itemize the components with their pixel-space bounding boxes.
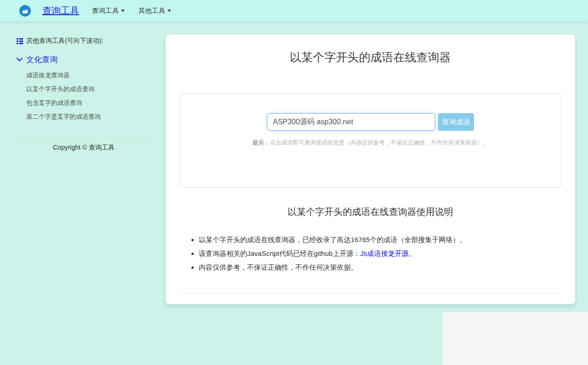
nav-dropdown-query-tools[interactable]: 查询工具 bbox=[92, 6, 125, 15]
idiom-search-input[interactable] bbox=[267, 113, 435, 131]
navbar: 查询工具 查询工具 其他工具 bbox=[0, 0, 588, 22]
sidebar-header: 其他查询工具(可向下滚动): bbox=[17, 37, 151, 45]
sidebar-item-idiom-solitaire[interactable]: 成语接龙查询器 bbox=[17, 69, 151, 82]
sidebar-header-label: 其他查询工具(可向下滚动): bbox=[26, 37, 103, 45]
sidebar-category-culture[interactable]: 文化查询 bbox=[17, 54, 151, 65]
search-hint: 提示：点击成语即可查询成语的意思（内容仅供参考，不保证正确性，不作任何决策依据）… bbox=[180, 139, 561, 147]
page-content: 其他查询工具(可向下滚动): 文化查询 成语接龙查询器 以某个字开头的成语查询 … bbox=[0, 22, 588, 304]
area-chart-glyph bbox=[22, 7, 29, 14]
usage-bullet-3-text: 内容仅供参考，不保证正确性，不作任何决策依据。 bbox=[199, 263, 357, 271]
hint-text: 点击成语即可查询成语的意思（内容仅供参考，不保证正确性，不作任何决策依据）。 bbox=[270, 139, 488, 146]
sidebar-tool-list: 成语接龙查询器 以某个字开头的成语查询 包含某字的成语查询 第二个字是某字的成语… bbox=[17, 69, 151, 124]
hint-prefix-label: 提示： bbox=[253, 139, 270, 146]
search-row: 查询成语 bbox=[180, 113, 561, 131]
caret-down-icon bbox=[121, 10, 125, 12]
github-opensource-link[interactable]: Js成语接龙开源 bbox=[360, 249, 409, 257]
sidebar-item-idiom-second-char[interactable]: 第二个字是某字的成语查询 bbox=[17, 110, 151, 124]
usage-bullet-3: 内容仅供参考，不保证正确性，不作任何决策依据。 bbox=[199, 263, 561, 272]
sidebar: 其他查询工具(可向下滚动): 文化查询 成语接龙查询器 以某个字开头的成语查询 … bbox=[17, 37, 151, 152]
usage-bullet-1: 以某个字开头的成语在线查询器，已经收录了高达16765个的成语（全部搜集于网络）… bbox=[199, 236, 561, 244]
usage-bullet-2-suffix: 。 bbox=[409, 249, 415, 257]
nav-dropdown-other-tools-label: 其他工具 bbox=[138, 6, 165, 15]
caret-down-icon bbox=[167, 10, 171, 12]
usage-bullet-2: 该查询器相关的JavaScript代码已经在github上开源：Js成语接龙开源… bbox=[199, 249, 561, 258]
search-panel: 查询成语 提示：点击成语即可查询成语的意思（内容仅供参考，不保证正确性，不作任何… bbox=[179, 93, 561, 188]
nav-dropdown-query-tools-label: 查询工具 bbox=[92, 6, 119, 15]
logo-chart-icon[interactable] bbox=[19, 5, 31, 17]
chevron-down-icon bbox=[17, 58, 23, 62]
main-card: 以某个字开头的成语在线查询器 查询成语 提示：点击成语即可查询成语的意思（内容仅… bbox=[166, 35, 575, 304]
nav-dropdown-other-tools[interactable]: 其他工具 bbox=[138, 6, 171, 15]
page-title: 以某个字开头的成语在线查询器 bbox=[179, 50, 561, 64]
query-idiom-button[interactable]: 查询成语 bbox=[438, 113, 474, 131]
embed-placeholder bbox=[443, 312, 588, 365]
sidebar-item-idiom-starting-with[interactable]: 以某个字开头的成语查询 bbox=[17, 82, 151, 96]
copyright-text: Copyright © 查询工具 bbox=[17, 144, 151, 152]
sidebar-category-label: 文化查询 bbox=[26, 54, 58, 65]
usage-list: 以某个字开头的成语在线查询器，已经收录了高达16765个的成语（全部搜集于网络）… bbox=[179, 236, 561, 272]
sidebar-item-idiom-containing[interactable]: 包含某字的成语查询 bbox=[17, 96, 151, 110]
sidebar-divider bbox=[17, 138, 151, 139]
brand-link[interactable]: 查询工具 bbox=[42, 5, 79, 17]
usage-heading: 以某个字开头的成语在线查询器使用说明 bbox=[179, 206, 561, 217]
usage-bullet-1-text: 以某个字开头的成语在线查询器，已经收录了高达16765个的成语（全部搜集于网络）… bbox=[199, 236, 467, 243]
card-bottom-divider bbox=[179, 293, 561, 293]
list-icon bbox=[17, 38, 23, 44]
usage-bullet-2-prefix: 该查询器相关的JavaScript代码已经在github上开源： bbox=[199, 249, 360, 257]
